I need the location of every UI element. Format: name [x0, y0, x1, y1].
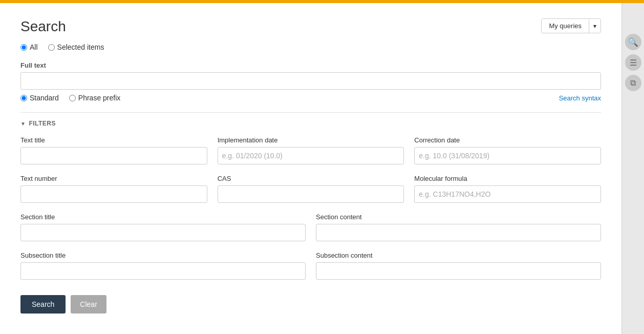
- my-queries-dropdown-arrow[interactable]: ▾: [589, 19, 600, 33]
- implementation-date-input[interactable]: [218, 147, 404, 164]
- standard-mode-radio[interactable]: [20, 95, 27, 101]
- correction-date-group: Correction date: [414, 136, 601, 164]
- section-title-group: Section title: [20, 213, 306, 241]
- sidebar-search-icon[interactable]: 🔍: [625, 34, 641, 50]
- section-title-input[interactable]: [20, 224, 306, 241]
- implementation-date-label: Implementation date: [218, 136, 404, 144]
- text-number-input[interactable]: [20, 185, 207, 203]
- cas-label: CAS: [218, 175, 404, 182]
- molecular-formula-group: Molecular formula: [414, 175, 601, 203]
- filters-row-3: Section title Section content: [20, 213, 601, 241]
- standard-mode-label[interactable]: Standard: [20, 94, 59, 102]
- section-content-input[interactable]: [316, 224, 601, 241]
- filters-header-text: FILTERS: [29, 120, 56, 127]
- search-button[interactable]: Search: [20, 295, 66, 314]
- scope-all-radio[interactable]: [20, 44, 27, 51]
- phrase-prefix-mode-label[interactable]: Phrase prefix: [69, 94, 120, 102]
- full-text-input[interactable]: [20, 72, 601, 90]
- full-text-group: Full text: [20, 61, 601, 90]
- cas-input[interactable]: [218, 185, 404, 203]
- list-icon: ☰: [630, 58, 637, 68]
- filters-row-2: Text number CAS Molecular formula: [20, 175, 601, 203]
- search-icon: 🔍: [628, 37, 638, 47]
- subsection-title-group: Subsection title: [20, 252, 306, 280]
- sidebar-copy-icon[interactable]: ⧉: [625, 75, 641, 91]
- scope-all-text: All: [30, 43, 38, 51]
- correction-date-label: Correction date: [414, 136, 601, 144]
- search-syntax-link[interactable]: Search syntax: [559, 94, 601, 102]
- correction-date-input[interactable]: [414, 147, 601, 164]
- text-number-label: Text number: [20, 175, 207, 182]
- implementation-date-group: Implementation date: [218, 136, 404, 164]
- full-text-label: Full text: [20, 61, 601, 69]
- scope-selected-text: Selected items: [57, 43, 104, 51]
- subsection-title-input[interactable]: [20, 262, 306, 280]
- main-content: Search My queries ▾ All Selected items F…: [0, 3, 621, 334]
- my-queries-button-group: My queries ▾: [541, 18, 601, 33]
- section-content-label: Section content: [316, 213, 601, 221]
- phrase-prefix-mode-radio[interactable]: [69, 95, 76, 101]
- copy-icon: ⧉: [630, 78, 636, 88]
- scope-selected-label[interactable]: Selected items: [48, 43, 104, 51]
- text-title-label: Text title: [20, 136, 207, 144]
- subsection-content-label: Subsection content: [316, 252, 601, 259]
- section-title-label: Section title: [20, 213, 306, 221]
- section-content-group: Section content: [316, 213, 601, 241]
- filters-chevron-icon: ▼: [20, 121, 26, 127]
- my-queries-button[interactable]: My queries: [542, 19, 589, 33]
- clear-button[interactable]: Clear: [71, 295, 106, 314]
- page-title: Search: [20, 18, 66, 35]
- standard-mode-text: Standard: [30, 94, 59, 102]
- sidebar-list-icon[interactable]: ☰: [625, 54, 641, 71]
- molecular-formula-label: Molecular formula: [414, 175, 601, 182]
- right-sidebar: 🔍 ☰ ⧉: [621, 3, 644, 334]
- text-title-input[interactable]: [20, 147, 207, 164]
- search-mode-row: Standard Phrase prefix Search syntax: [20, 94, 601, 102]
- cas-group: CAS: [218, 175, 404, 203]
- subsection-title-label: Subsection title: [20, 252, 306, 259]
- search-mode-radio-group: Standard Phrase prefix: [20, 94, 120, 102]
- filters-header: ▼ FILTERS: [20, 112, 601, 127]
- scope-radio-group: All Selected items: [20, 43, 601, 51]
- filters-row-1: Text title Implementation date Correctio…: [20, 136, 601, 164]
- subsection-content-input[interactable]: [316, 262, 601, 280]
- scope-all-label[interactable]: All: [20, 43, 38, 51]
- buttons-row: Search Clear: [20, 295, 601, 314]
- text-number-group: Text number: [20, 175, 207, 203]
- text-title-group: Text title: [20, 136, 207, 164]
- filters-row-4: Subsection title Subsection content: [20, 252, 601, 280]
- phrase-prefix-mode-text: Phrase prefix: [78, 94, 120, 102]
- molecular-formula-input[interactable]: [414, 185, 601, 203]
- scope-selected-radio[interactable]: [48, 44, 55, 51]
- subsection-content-group: Subsection content: [316, 252, 601, 280]
